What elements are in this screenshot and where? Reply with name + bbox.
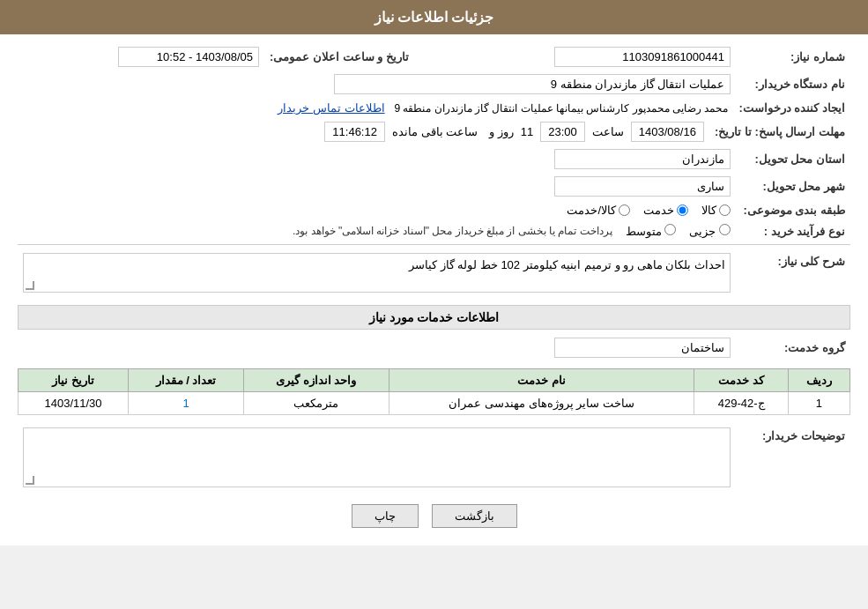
category-khadamat-option[interactable]: خدمت	[643, 204, 688, 217]
services-section-title: اطلاعات خدمات مورد نیاز	[18, 305, 850, 330]
creator-label: ایجاد کننده درخواست:	[733, 98, 850, 118]
response-time-label: ساعت	[592, 125, 624, 138]
province-label: استان محل تحویل:	[736, 145, 850, 173]
response-remaining-value: 11:46:12	[324, 122, 385, 142]
buyer-name-value: عملیات انتقال گاز مازندران منطقه 9	[334, 74, 731, 94]
contact-link[interactable]: اطلاعات تماس خریدار	[278, 101, 384, 115]
print-button[interactable]: چاپ	[352, 504, 419, 528]
purchase-type-jazii-radio[interactable]	[719, 224, 731, 235]
response-days-label: روز و	[489, 125, 514, 138]
city-label: شهر محل تحویل:	[736, 173, 850, 200]
response-date-value: 1403/08/16	[631, 122, 704, 142]
creator-value-cell: محمد رضایی محمدپور کارشناس بیمانها عملیا…	[18, 98, 733, 118]
cell-date: 1403/11/30	[19, 392, 129, 415]
need-description-label: شرح کلی نیاز:	[736, 249, 850, 296]
creator-value: محمد رضایی محمدپور کارشناس بیمانها عملیا…	[394, 102, 728, 115]
cell-service-code: ج-42-429	[694, 392, 788, 415]
col-header-date: تاریخ نیاز	[19, 369, 129, 392]
cell-row-num: 1	[788, 392, 849, 415]
page-header: جزئیات اطلاعات نیاز	[0, 0, 868, 34]
buyer-notes-cell	[18, 424, 736, 491]
need-description-value: احداث بلکان ماهی رو و ترمیم ابنیه کیلومت…	[28, 258, 725, 271]
footer-buttons: بازگشت چاپ	[18, 504, 850, 528]
response-time-value: 23:00	[540, 122, 585, 142]
cell-unit: مترمکعب	[243, 392, 389, 415]
page-title: جزئیات اطلاعات نیاز	[375, 10, 494, 25]
purchase-type-motavaset-option[interactable]: متوسط	[626, 224, 677, 238]
service-group-value: ساختمان	[554, 338, 731, 358]
need-number-value: 1103091861000441	[554, 47, 731, 67]
category-radio-group: کالا خدمت کالا/خدمت	[18, 200, 736, 220]
purchase-type-note: پرداخت تمام یا بخشی از مبلغ خریداز محل "…	[293, 225, 612, 237]
announcement-date-label: تاریخ و ساعت اعلان عمومی:	[264, 43, 414, 71]
city-value: ساری	[554, 176, 731, 197]
province-value: مازندران	[554, 149, 731, 169]
category-khadamat-radio[interactable]	[677, 204, 688, 216]
need-number-value-cell: 1103091861000441	[432, 43, 736, 71]
col-header-service-name: نام خدمت	[389, 369, 694, 392]
category-label: طبقه بندی موضوعی:	[736, 200, 850, 220]
announcement-date-value: 1403/08/05 - 10:52	[118, 47, 259, 67]
buyer-notes-label: توضیحات خریدار:	[736, 424, 850, 491]
category-kala-khadamat-radio[interactable]	[619, 204, 630, 216]
col-header-row-num: ردیف	[788, 369, 849, 392]
cell-service-name: ساخت سایر پروژه‌های مهندسی عمران	[389, 392, 694, 415]
need-description-cell: احداث بلکان ماهی رو و ترمیم ابنیه کیلومت…	[18, 249, 736, 296]
category-kala-option[interactable]: کالا	[701, 204, 731, 217]
col-header-quantity: تعداد / مقدار	[129, 369, 244, 392]
category-kala-radio[interactable]	[719, 204, 731, 216]
category-kala-khadamat-option[interactable]: کالا/خدمت	[567, 204, 630, 217]
purchase-type-motavaset-radio[interactable]	[664, 224, 676, 235]
cell-quantity: 1	[129, 392, 244, 415]
buyer-name-label: نام دستگاه خریدار:	[736, 71, 850, 98]
back-button[interactable]: بازگشت	[432, 504, 517, 528]
announcement-date-value-cell: 1403/08/05 - 10:52	[18, 43, 264, 71]
purchase-type-row: جزیی متوسط پرداخت تمام یا بخشی از مبلغ خ…	[18, 220, 736, 241]
province-value-cell: مازندران	[18, 145, 736, 173]
response-days-value: 11	[521, 125, 533, 138]
col-header-unit: واحد اندازه گیری	[243, 369, 389, 392]
col-header-service-code: کد خدمت	[694, 369, 788, 392]
city-value-cell: ساری	[18, 173, 736, 200]
resize-handle	[26, 281, 34, 290]
purchase-type-label: نوع فرآیند خرید :	[736, 220, 850, 241]
buyer-name-value-cell: عملیات انتقال گاز مازندران منطقه 9	[18, 71, 736, 98]
response-remaining-label: ساعت باقی مانده	[392, 125, 478, 138]
table-row: 1 ج-42-429 ساخت سایر پروژه‌های مهندسی عم…	[19, 392, 850, 415]
purchase-type-jazii-option[interactable]: جزیی	[689, 224, 731, 238]
service-group-value-cell: ساختمان	[18, 334, 736, 361]
service-group-label: گروه خدمت:	[736, 334, 850, 361]
need-number-label: شماره نیاز:	[736, 43, 850, 71]
response-deadline-label: مهلت ارسال پاسخ: تا تاریخ:	[709, 118, 850, 145]
response-deadline-row: 1403/08/16 ساعت 23:00 11 روز و ساعت باقی…	[18, 118, 709, 145]
buyer-notes-resize-handle	[26, 476, 34, 485]
buyer-notes-textarea[interactable]	[27, 432, 726, 480]
